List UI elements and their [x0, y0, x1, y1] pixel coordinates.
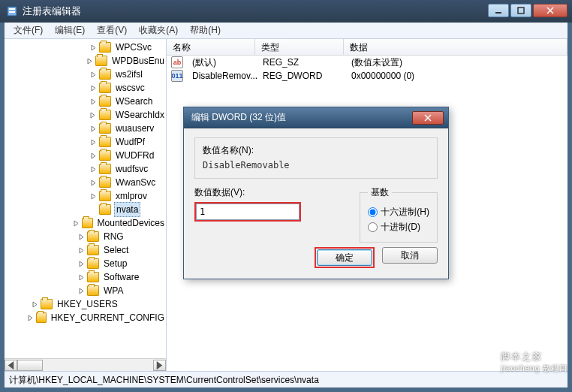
close-button[interactable] [533, 4, 567, 17]
svg-marker-17 [92, 180, 95, 185]
tree-item[interactable]: HKEY_USERS [8, 297, 166, 311]
menu-file[interactable]: 文件(F) [8, 23, 49, 38]
svg-marker-24 [80, 288, 83, 294]
dialog-title: 编辑 DWORD (32 位)值 [191, 111, 412, 124]
expand-icon[interactable] [89, 137, 98, 146]
tree-item[interactable]: RNG [8, 230, 166, 243]
expand-icon[interactable] [89, 43, 98, 52]
tree-item[interactable]: wudfsvc [8, 162, 166, 176]
expand-icon[interactable] [89, 151, 98, 160]
tree-item-label: WSearchIdx [114, 108, 166, 122]
expand-icon[interactable] [89, 110, 98, 119]
cancel-button[interactable]: 取消 [382, 247, 438, 264]
expand-icon[interactable] [89, 191, 98, 201]
ok-button[interactable]: 确定 [317, 249, 372, 266]
tree-item-label: Select [102, 243, 130, 257]
dialog-close-button[interactable] [412, 111, 444, 125]
svg-marker-7 [92, 45, 95, 50]
menu-edit[interactable]: 编辑(E) [49, 23, 91, 38]
expand-icon[interactable] [77, 273, 86, 282]
expand-icon[interactable] [77, 232, 86, 241]
expand-icon[interactable] [89, 83, 98, 92]
tree-item[interactable]: Software [8, 270, 166, 284]
folder-icon [99, 69, 111, 80]
tree-item[interactable]: WSearchIdx [8, 108, 166, 122]
list-body[interactable]: ab(默认)REG_SZ(数值未设置)011DisableRemov...REG… [167, 56, 567, 83]
tree-item[interactable]: WwanSvc [8, 176, 166, 189]
tree-item[interactable]: Setup [8, 257, 166, 270]
cell-name: DisableRemov... [186, 71, 257, 81]
window-title: 注册表编辑器 [23, 5, 486, 18]
menu-favorites[interactable]: 收藏夹(A) [133, 23, 184, 38]
value-data-input[interactable] [196, 204, 300, 220]
svg-marker-28 [157, 360, 163, 369]
scroll-left-arrow-icon[interactable] [5, 360, 17, 371]
svg-rect-4 [518, 8, 524, 14]
radio-hex[interactable] [368, 207, 378, 217]
minimize-button[interactable] [488, 4, 509, 17]
list-row[interactable]: ab(默认)REG_SZ(数值未设置) [167, 56, 567, 69]
tree-item-label: Software [102, 270, 140, 284]
tree-item[interactable]: MountedDevices [8, 216, 166, 230]
tree-item[interactable]: ws2ifsl [8, 68, 166, 81]
expand-icon[interactable] [77, 259, 86, 268]
tree-item[interactable]: wuauserv [8, 122, 166, 135]
radio-dec[interactable] [368, 222, 378, 232]
ok-highlight: 确定 [315, 247, 375, 268]
folder-icon [99, 177, 111, 188]
svg-marker-22 [80, 261, 83, 267]
tree-item[interactable]: WudfPf [8, 135, 166, 149]
expand-icon[interactable] [89, 164, 98, 173]
radio-dec-row[interactable]: 十进制(D) [368, 221, 429, 234]
menu-help[interactable]: 帮助(H) [184, 23, 227, 38]
tree-item[interactable]: WSearch [8, 95, 166, 108]
tree-item[interactable]: wscsvc [8, 81, 166, 95]
expand-icon[interactable] [71, 219, 80, 228]
tree-item[interactable]: WPDBusEnu [8, 54, 166, 68]
window-buttons [486, 4, 567, 19]
menu-view[interactable]: 查看(V) [91, 23, 133, 38]
expand-icon[interactable] [89, 124, 98, 133]
svg-marker-9 [92, 72, 95, 77]
expand-icon[interactable] [27, 313, 35, 322]
expand-icon[interactable] [89, 205, 98, 214]
tree-item[interactable]: xmlprov [8, 189, 166, 203]
radio-hex-row[interactable]: 十六进制(H) [368, 206, 429, 219]
tree-item[interactable]: WUDFRd [8, 149, 166, 162]
expand-icon[interactable] [77, 286, 86, 295]
expand-icon[interactable] [86, 56, 95, 65]
tree-item[interactable]: WPCSvc [8, 41, 166, 54]
tree-item-label: WPCSvc [114, 41, 153, 54]
maximize-button[interactable] [510, 4, 531, 17]
scroll-thumb[interactable] [17, 360, 43, 371]
tree-item-label: MountedDevices [96, 216, 166, 230]
registry-tree[interactable]: WPCSvcWPDBusEnuws2ifslwscsvcWSearchWSear… [5, 39, 166, 326]
column-data[interactable]: 数据 [344, 39, 567, 55]
tree-item[interactable]: nvata [8, 203, 166, 216]
tree-item[interactable]: HKEY_CURRENT_CONFIG [8, 311, 166, 324]
tree-horizontal-scrollbar[interactable] [5, 358, 166, 371]
folder-icon [99, 204, 111, 215]
scroll-right-arrow-icon[interactable] [153, 360, 166, 371]
folder-icon [87, 245, 99, 255]
expand-icon[interactable] [77, 246, 86, 255]
column-type[interactable]: 类型 [255, 39, 344, 55]
expand-icon[interactable] [30, 300, 39, 309]
cell-name: (默认) [186, 56, 257, 69]
expand-icon[interactable] [89, 70, 98, 79]
tree-item-label: wuauserv [114, 122, 155, 135]
dword-value-icon: 011 [171, 70, 183, 82]
tree-item[interactable]: WPA [8, 284, 166, 297]
dialog-titlebar[interactable]: 编辑 DWORD (32 位)值 [184, 107, 448, 128]
expand-icon[interactable] [89, 178, 98, 187]
svg-marker-25 [33, 302, 37, 307]
tree-item[interactable]: Select [8, 243, 166, 257]
tree-item-label: nvata [114, 202, 140, 217]
list-row[interactable]: 011DisableRemov...REG_DWORD0x00000000 (0… [167, 69, 567, 83]
tree-item-label: WwanSvc [114, 176, 157, 189]
value-data-highlight [194, 202, 301, 222]
svg-marker-13 [92, 126, 95, 131]
expand-icon[interactable] [89, 97, 98, 106]
column-name[interactable]: 名称 [167, 39, 255, 55]
svg-marker-8 [88, 59, 92, 64]
